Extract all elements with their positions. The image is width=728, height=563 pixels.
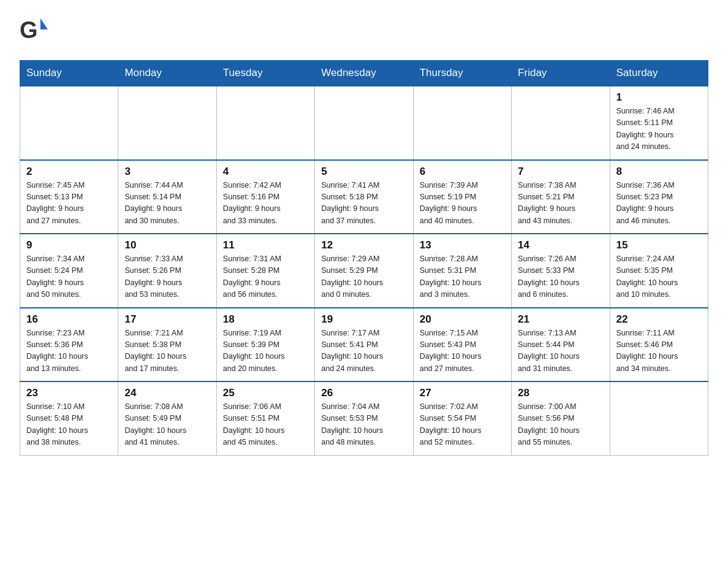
day-info: Sunrise: 7:21 AM Sunset: 5:38 PM Dayligh… <box>124 327 210 375</box>
day-info: Sunrise: 7:08 AM Sunset: 5:49 PM Dayligh… <box>124 401 210 449</box>
calendar-cell <box>512 86 610 160</box>
calendar-cell: 21Sunrise: 7:13 AM Sunset: 5:44 PM Dayli… <box>512 308 610 382</box>
logo: G <box>20 15 53 50</box>
day-info: Sunrise: 7:44 AM Sunset: 5:14 PM Dayligh… <box>124 180 210 228</box>
day-number: 8 <box>616 166 702 178</box>
weekday-header-wednesday: Wednesday <box>315 61 413 86</box>
calendar-cell: 16Sunrise: 7:23 AM Sunset: 5:36 PM Dayli… <box>20 308 118 382</box>
page-header: G <box>20 15 708 50</box>
calendar-cell: 18Sunrise: 7:19 AM Sunset: 5:39 PM Dayli… <box>216 308 314 382</box>
calendar-cell <box>315 86 413 160</box>
day-info: Sunrise: 7:04 AM Sunset: 5:53 PM Dayligh… <box>321 401 406 449</box>
calendar-cell: 15Sunrise: 7:24 AM Sunset: 5:35 PM Dayli… <box>610 234 708 308</box>
calendar-cell: 22Sunrise: 7:11 AM Sunset: 5:46 PM Dayli… <box>610 308 708 382</box>
day-info: Sunrise: 7:38 AM Sunset: 5:21 PM Dayligh… <box>518 180 603 228</box>
calendar-cell: 23Sunrise: 7:10 AM Sunset: 5:48 PM Dayli… <box>20 381 118 455</box>
weekday-header-row: SundayMondayTuesdayWednesdayThursdayFrid… <box>20 61 708 86</box>
day-number: 14 <box>518 239 603 251</box>
day-number: 24 <box>124 387 210 399</box>
day-number: 26 <box>321 387 406 399</box>
calendar-cell: 10Sunrise: 7:33 AM Sunset: 5:26 PM Dayli… <box>118 234 216 308</box>
day-number: 11 <box>223 239 308 251</box>
day-number: 9 <box>26 239 112 251</box>
logo-graphic: G <box>20 16 49 50</box>
calendar-cell: 3Sunrise: 7:44 AM Sunset: 5:14 PM Daylig… <box>118 160 216 234</box>
calendar-cell: 5Sunrise: 7:41 AM Sunset: 5:18 PM Daylig… <box>315 160 413 234</box>
day-number: 21 <box>518 313 603 326</box>
calendar-row-3: 9Sunrise: 7:34 AM Sunset: 5:24 PM Daylig… <box>20 234 708 308</box>
day-info: Sunrise: 7:36 AM Sunset: 5:23 PM Dayligh… <box>616 180 702 228</box>
calendar-cell: 25Sunrise: 7:06 AM Sunset: 5:51 PM Dayli… <box>216 381 314 455</box>
calendar-cell: 14Sunrise: 7:26 AM Sunset: 5:33 PM Dayli… <box>512 234 610 308</box>
weekday-header-tuesday: Tuesday <box>216 61 314 86</box>
calendar-row-5: 23Sunrise: 7:10 AM Sunset: 5:48 PM Dayli… <box>20 381 708 455</box>
calendar-table: SundayMondayTuesdayWednesdayThursdayFrid… <box>20 60 708 456</box>
day-info: Sunrise: 7:34 AM Sunset: 5:24 PM Dayligh… <box>26 253 112 301</box>
day-info: Sunrise: 7:00 AM Sunset: 5:56 PM Dayligh… <box>518 401 603 449</box>
calendar-cell: 8Sunrise: 7:36 AM Sunset: 5:23 PM Daylig… <box>610 160 708 234</box>
day-number: 6 <box>420 166 505 178</box>
day-number: 3 <box>124 166 210 178</box>
day-info: Sunrise: 7:33 AM Sunset: 5:26 PM Dayligh… <box>124 253 210 301</box>
calendar-cell: 9Sunrise: 7:34 AM Sunset: 5:24 PM Daylig… <box>20 234 118 308</box>
calendar-cell: 1Sunrise: 7:46 AM Sunset: 5:11 PM Daylig… <box>610 86 708 160</box>
day-number: 15 <box>616 239 702 251</box>
day-info: Sunrise: 7:41 AM Sunset: 5:18 PM Dayligh… <box>321 180 406 228</box>
day-number: 16 <box>26 313 112 326</box>
weekday-header-saturday: Saturday <box>610 61 708 86</box>
weekday-header-monday: Monday <box>118 61 216 86</box>
day-number: 1 <box>616 91 702 104</box>
day-number: 28 <box>518 387 603 399</box>
day-number: 7 <box>518 166 603 178</box>
calendar-cell <box>118 86 216 160</box>
calendar-cell <box>610 381 708 455</box>
calendar-cell: 6Sunrise: 7:39 AM Sunset: 5:19 PM Daylig… <box>413 160 511 234</box>
day-info: Sunrise: 7:45 AM Sunset: 5:13 PM Dayligh… <box>26 180 112 228</box>
day-number: 22 <box>616 313 702 326</box>
weekday-header-thursday: Thursday <box>413 61 511 86</box>
calendar-cell: 20Sunrise: 7:15 AM Sunset: 5:43 PM Dayli… <box>413 308 511 382</box>
calendar-cell <box>413 86 511 160</box>
day-info: Sunrise: 7:10 AM Sunset: 5:48 PM Dayligh… <box>26 401 112 449</box>
day-info: Sunrise: 7:46 AM Sunset: 5:11 PM Dayligh… <box>616 105 702 153</box>
weekday-header-friday: Friday <box>512 61 610 86</box>
day-info: Sunrise: 7:23 AM Sunset: 5:36 PM Dayligh… <box>26 327 112 375</box>
calendar-row-2: 2Sunrise: 7:45 AM Sunset: 5:13 PM Daylig… <box>20 160 708 234</box>
calendar-cell: 27Sunrise: 7:02 AM Sunset: 5:54 PM Dayli… <box>413 381 511 455</box>
day-number: 13 <box>420 239 505 251</box>
day-info: Sunrise: 7:15 AM Sunset: 5:43 PM Dayligh… <box>420 327 505 375</box>
day-info: Sunrise: 7:31 AM Sunset: 5:28 PM Dayligh… <box>223 253 308 301</box>
day-info: Sunrise: 7:29 AM Sunset: 5:29 PM Dayligh… <box>321 253 406 301</box>
day-info: Sunrise: 7:26 AM Sunset: 5:33 PM Dayligh… <box>518 253 603 301</box>
day-info: Sunrise: 7:11 AM Sunset: 5:46 PM Dayligh… <box>616 327 702 375</box>
weekday-header-sunday: Sunday <box>20 61 118 86</box>
svg-text:G: G <box>20 17 38 43</box>
calendar-cell: 2Sunrise: 7:45 AM Sunset: 5:13 PM Daylig… <box>20 160 118 234</box>
day-number: 2 <box>26 166 112 178</box>
calendar-cell: 19Sunrise: 7:17 AM Sunset: 5:41 PM Dayli… <box>315 308 413 382</box>
calendar-cell: 11Sunrise: 7:31 AM Sunset: 5:28 PM Dayli… <box>216 234 314 308</box>
svg-marker-1 <box>40 18 48 29</box>
calendar-cell: 26Sunrise: 7:04 AM Sunset: 5:53 PM Dayli… <box>315 381 413 455</box>
day-info: Sunrise: 7:42 AM Sunset: 5:16 PM Dayligh… <box>223 180 308 228</box>
day-number: 19 <box>321 313 406 326</box>
day-info: Sunrise: 7:13 AM Sunset: 5:44 PM Dayligh… <box>518 327 603 375</box>
day-info: Sunrise: 7:39 AM Sunset: 5:19 PM Dayligh… <box>420 180 505 228</box>
day-number: 17 <box>124 313 210 326</box>
calendar-cell: 7Sunrise: 7:38 AM Sunset: 5:21 PM Daylig… <box>512 160 610 234</box>
day-info: Sunrise: 7:24 AM Sunset: 5:35 PM Dayligh… <box>616 253 702 301</box>
day-info: Sunrise: 7:28 AM Sunset: 5:31 PM Dayligh… <box>420 253 505 301</box>
day-number: 5 <box>321 166 406 178</box>
day-number: 4 <box>223 166 308 178</box>
day-info: Sunrise: 7:17 AM Sunset: 5:41 PM Dayligh… <box>321 327 406 375</box>
day-info: Sunrise: 7:02 AM Sunset: 5:54 PM Dayligh… <box>420 401 505 449</box>
calendar-cell: 4Sunrise: 7:42 AM Sunset: 5:16 PM Daylig… <box>216 160 314 234</box>
day-number: 25 <box>223 387 308 399</box>
calendar-cell: 24Sunrise: 7:08 AM Sunset: 5:49 PM Dayli… <box>118 381 216 455</box>
day-info: Sunrise: 7:19 AM Sunset: 5:39 PM Dayligh… <box>223 327 308 375</box>
day-number: 27 <box>420 387 505 399</box>
day-number: 23 <box>26 387 112 399</box>
calendar-cell: 17Sunrise: 7:21 AM Sunset: 5:38 PM Dayli… <box>118 308 216 382</box>
day-number: 12 <box>321 239 406 251</box>
day-number: 10 <box>124 239 210 251</box>
